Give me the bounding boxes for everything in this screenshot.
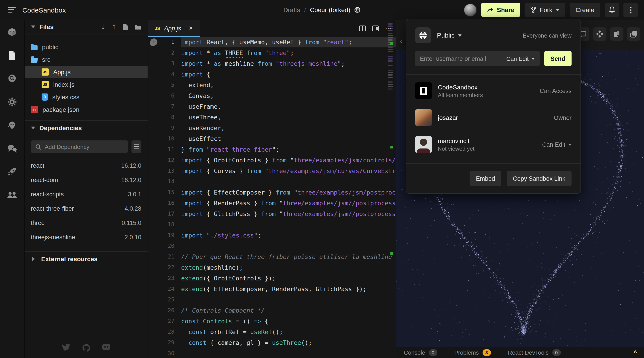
more-options-button[interactable] xyxy=(624,3,638,17)
embed-button[interactable]: Embed xyxy=(470,171,501,186)
app-logo[interactable]: CodeSandbox xyxy=(22,6,66,14)
project-cube-icon[interactable] xyxy=(7,27,18,38)
code-line[interactable]: 17import { GlitchPass } from "three/exam… xyxy=(148,208,396,219)
dependency-threejs-meshline[interactable]: threejs-meshline2.0.10 xyxy=(24,230,148,244)
twitter-icon[interactable] xyxy=(62,344,70,351)
layout-panes-button[interactable] xyxy=(610,27,624,41)
fork-button[interactable]: Fork xyxy=(524,3,565,17)
tab-appjs[interactable]: JS App.js ✕ xyxy=(148,20,200,37)
code-line[interactable]: 9 useRender, xyxy=(148,122,396,133)
sandbox-title[interactable]: Coeur (forked) xyxy=(310,6,350,14)
github-icon[interactable] xyxy=(7,120,18,130)
comments-icon[interactable] xyxy=(7,143,18,154)
tests-diamonds-button[interactable] xyxy=(593,27,606,41)
file-item-public[interactable]: public xyxy=(24,41,148,53)
file-item-src[interactable]: src xyxy=(24,53,148,66)
code-line[interactable]: 23extend({ OrbitControls }); xyxy=(148,273,396,284)
code-line[interactable]: 21// Pour que React three friber puisse … xyxy=(148,251,396,262)
notifications-button[interactable] xyxy=(605,3,619,17)
entry-role-dropdown[interactable]: Can Edit xyxy=(542,141,572,148)
settings-gear-icon[interactable] xyxy=(7,96,18,107)
code-line[interactable]: 26/* Controls Compoent */ xyxy=(148,305,396,316)
entry-status: All team members xyxy=(438,92,534,98)
comment-plus-bubble[interactable]: + xyxy=(150,38,158,46)
github-icon[interactable] xyxy=(82,344,90,352)
code-line[interactable]: +1import React, { useMemo, useRef } from… xyxy=(148,37,396,48)
send-button[interactable]: Send xyxy=(544,51,572,66)
file-item-package.json[interactable]: npackage.json xyxy=(24,103,148,116)
discord-icon[interactable] xyxy=(102,344,110,350)
code-area[interactable]: +1import React, { useMemo, useRef } from… xyxy=(148,37,396,358)
dependency-react[interactable]: react16.12.0 xyxy=(24,158,148,173)
split-view-icon[interactable] xyxy=(359,25,366,31)
download-icon[interactable]: ↓ xyxy=(100,23,106,30)
console-tab-react-devtools[interactable]: React DevTools0 xyxy=(508,349,560,356)
invite-input[interactable] xyxy=(420,55,503,62)
line-number: 12 xyxy=(160,155,181,166)
code-line[interactable]: 12import { OrbitControls } from "three/e… xyxy=(148,155,396,166)
files-icon[interactable] xyxy=(7,50,18,61)
file-item-styles.css[interactable]: 3styles.css xyxy=(24,91,148,103)
menu-icon[interactable] xyxy=(8,7,16,12)
breadcrumb-parent[interactable]: Drafts xyxy=(284,6,300,14)
dependency-three[interactable]: three0.115.0 xyxy=(24,216,148,230)
deploy-rocket-icon[interactable] xyxy=(7,166,18,177)
create-button[interactable]: Create xyxy=(570,3,600,17)
collapse-preview-icon[interactable]: ‹ xyxy=(400,37,403,46)
code-line[interactable]: 27const Controls = () => { xyxy=(148,316,396,326)
copy-sandbox-link-button[interactable]: Copy Sandbox Link xyxy=(507,171,572,186)
dependency-react-dom[interactable]: react-dom16.12.0 xyxy=(24,173,148,187)
invite-permission-dropdown[interactable]: Can Edit xyxy=(506,55,535,62)
editor-more-icon[interactable]: ⋯ xyxy=(385,24,392,32)
file-item-index.js[interactable]: JSindex.js xyxy=(24,78,148,91)
code-line[interactable]: 24extend({ EffectComposer, RenderPass, G… xyxy=(148,284,396,294)
add-dependency-input[interactable] xyxy=(45,143,124,150)
open-preview-icon[interactable] xyxy=(372,25,379,31)
code-line[interactable]: 29 const { camera, gl } = useThree(); xyxy=(148,337,396,348)
code-line[interactable]: 3import * as meshline from "threejs-mesh… xyxy=(148,58,396,69)
close-tab-icon[interactable]: ✕ xyxy=(189,25,193,31)
expand-console-icon[interactable]: ^ xyxy=(634,350,637,356)
code-line[interactable]: 18 xyxy=(148,219,396,230)
code-line[interactable]: 15import { EffectComposer } from "three/… xyxy=(148,187,396,198)
files-section-header[interactable]: Files ↓ ↑ xyxy=(24,20,148,34)
code-line[interactable]: 5 extend, xyxy=(148,80,396,90)
upload-icon[interactable]: ↑ xyxy=(112,23,117,30)
code-line[interactable]: 11} from "react-three-fiber"; xyxy=(148,144,396,155)
windows-stack-button[interactable] xyxy=(627,27,640,41)
dependency-react-scripts[interactable]: react-scripts3.0.1 xyxy=(24,187,148,201)
code-line[interactable]: 10 useEffect xyxy=(148,133,396,144)
code-line[interactable]: 8 useThree, xyxy=(148,112,396,122)
team-icon[interactable] xyxy=(7,190,18,200)
new-folder-icon[interactable] xyxy=(134,24,141,30)
code-line[interactable]: 25 xyxy=(148,294,396,305)
line-number: 6 xyxy=(160,90,181,101)
code-line[interactable]: 2import * as THREE from "three"; xyxy=(148,48,396,58)
search-icon[interactable] xyxy=(7,73,18,84)
dependencies-section-header[interactable]: Dependencies xyxy=(24,120,148,135)
fork-caret-icon[interactable] xyxy=(556,9,560,13)
code-line[interactable]: 20 xyxy=(148,240,396,251)
user-avatar[interactable] xyxy=(464,3,477,16)
explorer-sidebar: Files ↓ ↑ publicsrcJSApp.jsJSindex.js3st… xyxy=(24,20,148,358)
code-line[interactable]: 19import "./styles.css"; xyxy=(148,230,396,240)
gutter: 3 xyxy=(148,58,181,69)
code-line[interactable]: 4import { xyxy=(148,69,396,80)
code-line[interactable]: 16import { RenderPass } from "three/exam… xyxy=(148,198,396,208)
code-line[interactable]: 6 Canvas, xyxy=(148,90,396,101)
code-line[interactable]: 13import { Curves } from "three/examples… xyxy=(148,166,396,176)
code-line[interactable]: 22extend(meshline); xyxy=(148,262,396,273)
new-file-icon[interactable] xyxy=(122,24,128,30)
console-tab-console[interactable]: Console0 xyxy=(404,349,437,356)
code-line[interactable]: 14 xyxy=(148,176,396,187)
file-item-App.js[interactable]: JSApp.js xyxy=(24,66,148,78)
share-button[interactable]: Share xyxy=(481,3,520,17)
dependency-menu-button[interactable] xyxy=(132,140,141,153)
console-tab-problems[interactable]: Problems3 xyxy=(454,349,491,356)
external-resources-header[interactable]: External resources xyxy=(24,251,148,266)
code-line[interactable]: 28 const orbitRef = useRef(); xyxy=(148,326,396,337)
code-line[interactable]: 30 xyxy=(148,348,396,358)
code-line[interactable]: 7 useFrame, xyxy=(148,101,396,112)
visibility-dropdown[interactable]: Public xyxy=(437,32,461,39)
dependency-react-three-fiber[interactable]: react-three-fiber4.0.28 xyxy=(24,201,148,216)
